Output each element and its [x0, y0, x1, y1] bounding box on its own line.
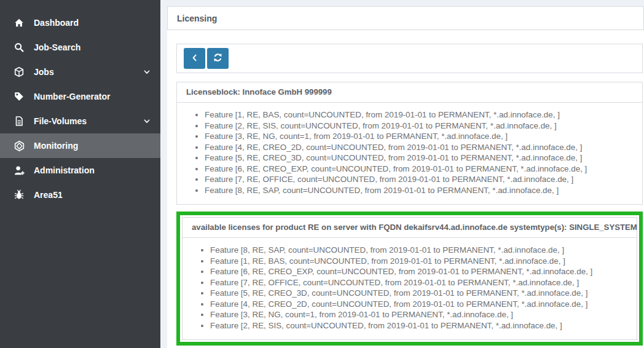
sidebar: Dashboard Job-Search Jobs Number-Generat… [0, 0, 160, 348]
page-title: Licensing [177, 14, 217, 23]
file-icon [13, 115, 25, 127]
feature-item: Feature [4, RE, CREO_2D, count=UNCOUNTED… [205, 142, 633, 153]
refresh-icon [213, 52, 223, 65]
chevron-down-icon[interactable] [143, 68, 151, 76]
search-icon [13, 41, 25, 53]
feature-item: Feature [7, RE, OFFICE, count=UNCOUNTED,… [210, 277, 627, 288]
feature-item: Feature [4, RE, CREO_2D, count=UNCOUNTED… [210, 299, 627, 310]
sidebar-item-label: Jobs [34, 67, 54, 77]
home-icon [13, 17, 25, 29]
toolbar [176, 44, 643, 73]
sidebar-item-label: File-Volumes [34, 116, 87, 126]
feature-item: Feature [5, RE, CREO_3D, count=UNCOUNTED… [205, 152, 633, 164]
chevron-down-icon[interactable] [143, 117, 151, 125]
cube-icon [13, 66, 25, 78]
licenseblock-card: Licenseblock: Innoface GmbH 999999 Featu… [176, 82, 643, 205]
available-licenses-card-body: Feature [8, RE, SAP, count=UNCOUNTED, fr… [183, 238, 637, 339]
feature-item: Feature [3, RE, NG, count=1, from 2019-0… [205, 131, 633, 142]
sidebar-item-label: Administration [34, 165, 95, 175]
feature-item: Feature [3, RE, NG, count=1, from 2019-0… [210, 309, 627, 320]
chevron-left-icon [190, 53, 200, 65]
user-plus-icon [13, 164, 25, 176]
feature-item: Feature [6, RE, CREO_EXP, count=UNCOUNTE… [205, 164, 633, 175]
licenseblock-feature-list: Feature [1, RE, BAS, count=UNCOUNTED, fr… [186, 109, 633, 196]
licenseblock-card-title: Licenseblock: Innoface GmbH 999999 [177, 82, 642, 103]
feature-item: Feature [2, RE, SIS, count=UNCOUNTED, fr… [205, 121, 633, 132]
sidebar-item-dashboard[interactable]: Dashboard [0, 10, 160, 35]
licenseblock-card-body: Feature [1, RE, BAS, count=UNCOUNTED, fr… [177, 103, 642, 204]
available-licenses-feature-list: Feature [8, RE, SAP, count=UNCOUNTED, fr… [192, 245, 627, 331]
sidebar-item-file-volumes[interactable]: File-Volumes [0, 109, 160, 133]
main-content: Licensing Licenseblock: Innoface GmbH 99… [167, 6, 644, 348]
sidebar-item-monitoring[interactable]: Monitoring [0, 133, 160, 158]
available-licenses-card-title: available licenses for product RE on ser… [183, 218, 637, 238]
feature-item: Feature [8, RE, SAP, count=UNCOUNTED, fr… [210, 245, 627, 256]
feature-item: Feature [1, RE, BAS, count=UNCOUNTED, fr… [210, 256, 627, 267]
sidebar-item-administration[interactable]: Administration [0, 158, 160, 183]
sidebar-item-jobs[interactable]: Jobs [0, 60, 160, 84]
feature-item: Feature [1, RE, BAS, count=UNCOUNTED, fr… [205, 109, 633, 121]
sidebar-item-label: Area51 [34, 190, 63, 200]
available-licenses-card: available licenses for product RE on ser… [182, 217, 637, 340]
sidebar-item-label: Number-Generator [34, 92, 110, 101]
feature-item: Feature [2, RE, SIS, count=UNCOUNTED, fr… [210, 320, 627, 331]
back-button[interactable] [184, 48, 205, 69]
sidebar-item-job-search[interactable]: Job-Search [0, 35, 160, 60]
available-licenses-highlight: available licenses for product RE on ser… [176, 212, 643, 346]
sidebar-item-number-generator[interactable]: Number-Generator [0, 84, 160, 109]
feature-item: Feature [6, RE, CREO_EXP, count=UNCOUNTE… [210, 266, 627, 277]
sidebar-item-area51[interactable]: Area51 [0, 183, 160, 207]
page-title-bar: Licensing [167, 6, 644, 30]
feature-item: Feature [8, RE, SAP, count=UNCOUNTED, fr… [205, 185, 633, 196]
sidebar-item-label: Monitoring [34, 141, 78, 151]
package-icon [13, 140, 25, 152]
tag-icon [13, 90, 25, 103]
page-body: Licenseblock: Innoface GmbH 999999 Featu… [167, 30, 644, 346]
feature-item: Feature [5, RE, CREO_3D, count=UNCOUNTED… [210, 288, 627, 299]
refresh-button[interactable] [207, 48, 229, 69]
bug-icon [13, 189, 25, 201]
sidebar-item-label: Dashboard [34, 18, 79, 28]
sidebar-item-label: Job-Search [34, 42, 80, 52]
feature-item: Feature [7, RE, OFFICE, count=UNCOUNTED,… [205, 174, 633, 185]
